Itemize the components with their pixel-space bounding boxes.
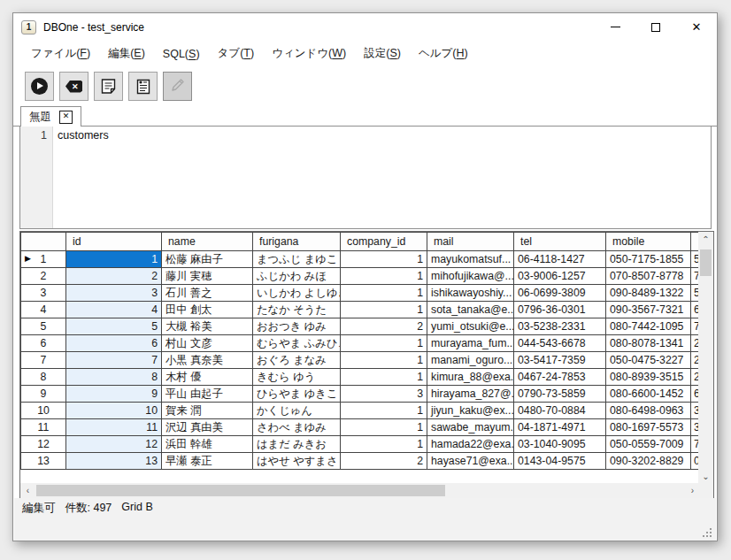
- menu-sql[interactable]: SQL(S): [154, 43, 209, 65]
- cell-tel[interactable]: 03-9006-1257: [514, 268, 606, 285]
- menu-help[interactable]: ヘルプ(H): [410, 42, 477, 65]
- cell-mobile[interactable]: 090-3567-7321: [606, 302, 691, 318]
- cell-company_id[interactable]: 3: [341, 386, 427, 403]
- cell-mail[interactable]: mayukomatsuf...: [427, 251, 514, 268]
- cell-row-header[interactable]: 8: [21, 369, 66, 386]
- cell-furigana[interactable]: いしかわ よしゆき: [253, 285, 341, 302]
- cell-company_id[interactable]: 1: [341, 436, 427, 453]
- cell-name[interactable]: 藤川 実穂: [162, 268, 253, 285]
- cell-furigana[interactable]: はやせ やすまさ: [253, 453, 341, 470]
- cell-furigana[interactable]: はまだ みきお: [253, 436, 341, 453]
- menu-tab[interactable]: タブ(T): [209, 42, 264, 65]
- cell-company_id[interactable]: 1: [341, 302, 427, 318]
- cell-mail[interactable]: yumi_otsuki@e...: [427, 318, 514, 335]
- cell-mobile[interactable]: 090-8489-1322: [606, 285, 691, 302]
- cell-id[interactable]: 7: [66, 352, 162, 369]
- cell-tel[interactable]: 0480-70-0884: [514, 403, 606, 419]
- close-button[interactable]: ✕: [676, 13, 717, 41]
- cell-mobile[interactable]: 050-7175-1855: [606, 251, 691, 268]
- cell-name[interactable]: 早瀬 泰正: [162, 453, 253, 470]
- editor-text-area[interactable]: customers: [53, 127, 109, 228]
- edit-toggle-button[interactable]: [163, 72, 192, 101]
- cell-name[interactable]: 浜田 幹雄: [162, 436, 253, 453]
- cell-id[interactable]: 9: [66, 386, 162, 403]
- cell-tel[interactable]: 0796-36-0301: [514, 302, 606, 318]
- cell-mail[interactable]: kimura_88@exa...: [427, 369, 514, 386]
- cell-company_id[interactable]: 1: [341, 369, 427, 386]
- vertical-scrollbar[interactable]: ⌃ ⌄: [698, 232, 713, 484]
- cell-mail[interactable]: murayama_fum...: [427, 335, 514, 352]
- cell-row-header[interactable]: 4: [21, 302, 66, 318]
- cell-mobile[interactable]: 080-6600-1452: [606, 386, 691, 403]
- cell-mail[interactable]: ishikawayoshiy...: [427, 285, 514, 302]
- cell-id[interactable]: 5: [66, 318, 162, 335]
- cell-mobile[interactable]: 080-7442-1095: [606, 318, 691, 335]
- cell-name[interactable]: 松藤 麻由子: [162, 251, 253, 268]
- cell-name[interactable]: 石川 善之: [162, 285, 253, 302]
- scroll-down-icon[interactable]: ⌄: [698, 469, 713, 484]
- cell-furigana[interactable]: かくじゅん: [253, 403, 341, 419]
- scroll-left-icon[interactable]: ‹: [20, 483, 35, 498]
- cell-name[interactable]: 田中 創太: [162, 302, 253, 318]
- cell-mail[interactable]: sawabe_mayum...: [427, 419, 514, 436]
- cell-furigana[interactable]: ひらやま ゆきこ: [253, 386, 341, 403]
- column-header-tel[interactable]: tel: [514, 233, 606, 251]
- column-header-name[interactable]: name: [162, 233, 253, 251]
- cell-row-header[interactable]: ▶1: [21, 251, 66, 268]
- note-button[interactable]: [94, 72, 123, 101]
- cell-row-header[interactable]: 3: [21, 285, 66, 302]
- scroll-up-icon[interactable]: ⌃: [698, 232, 713, 247]
- cell-mail[interactable]: mihofujikawa@...: [427, 268, 514, 285]
- cell-company_id[interactable]: 1: [341, 419, 427, 436]
- cell-row-header[interactable]: 10: [21, 403, 66, 419]
- cell-id[interactable]: 3: [66, 285, 162, 302]
- cell-row-header[interactable]: 12: [21, 436, 66, 453]
- run-button[interactable]: [25, 72, 54, 101]
- cell-company_id[interactable]: 1: [341, 285, 427, 302]
- maximize-button[interactable]: [635, 13, 676, 41]
- cell-name[interactable]: 小黒 真奈美: [162, 352, 253, 369]
- cell-name[interactable]: 沢辺 真由美: [162, 419, 253, 436]
- cell-row-header[interactable]: 9: [21, 386, 66, 403]
- cell-furigana[interactable]: たなか そうた: [253, 302, 341, 318]
- cell-row-header[interactable]: 5: [21, 318, 66, 335]
- menu-settings[interactable]: 設定(S): [355, 42, 410, 65]
- cell-mobile[interactable]: 080-6498-0963: [606, 403, 691, 419]
- cell-id[interactable]: 11: [66, 419, 162, 436]
- stop-button[interactable]: [59, 72, 88, 101]
- cell-name[interactable]: 木村 優: [162, 369, 253, 386]
- tab-close-icon[interactable]: ✕: [59, 111, 73, 124]
- cell-tel[interactable]: 0467-24-7853: [514, 369, 606, 386]
- cell-mobile[interactable]: 080-8939-3515: [606, 369, 691, 386]
- script-button[interactable]: [128, 72, 158, 101]
- cell-mail[interactable]: hayase71@exa...: [427, 453, 514, 470]
- cell-tel[interactable]: 03-5238-2331: [514, 318, 606, 335]
- cell-id[interactable]: 13: [66, 453, 162, 470]
- resize-grip[interactable]: [703, 526, 713, 537]
- cell-mobile[interactable]: 070-8507-8778: [606, 268, 691, 285]
- cell-id[interactable]: 4: [66, 302, 162, 318]
- column-header-rowhdr[interactable]: [21, 233, 66, 251]
- cell-tel[interactable]: 03-1040-9095: [514, 436, 606, 453]
- cell-name[interactable]: 平山 由起子: [162, 386, 253, 403]
- cell-company_id[interactable]: 1: [341, 251, 427, 268]
- cell-tel[interactable]: 03-5417-7359: [514, 352, 606, 369]
- vertical-scroll-thumb[interactable]: [700, 249, 712, 276]
- cell-row-header[interactable]: 6: [21, 335, 66, 352]
- cell-id[interactable]: 1: [66, 251, 162, 268]
- cell-tel[interactable]: 06-0699-3809: [514, 285, 606, 302]
- cell-id[interactable]: 10: [66, 403, 162, 419]
- cell-mobile[interactable]: 090-3202-8829: [606, 453, 691, 470]
- column-header-furigana[interactable]: furigana: [253, 233, 341, 251]
- cell-mail[interactable]: jiyun_kaku@ex...: [427, 403, 514, 419]
- cell-row-header[interactable]: 2: [21, 268, 66, 285]
- column-header-id[interactable]: id: [66, 233, 162, 251]
- column-header-company_id[interactable]: company_id: [341, 233, 427, 251]
- cell-furigana[interactable]: ふじかわ みほ: [253, 268, 341, 285]
- cell-id[interactable]: 8: [66, 369, 162, 386]
- cell-mail[interactable]: hamada22@exa...: [427, 436, 514, 453]
- menu-edit[interactable]: 編集(E): [99, 42, 154, 65]
- cell-tel[interactable]: 044-543-6678: [514, 335, 606, 352]
- cell-mail[interactable]: manami_oguro...: [427, 352, 514, 369]
- cell-name[interactable]: 村山 文彦: [162, 335, 253, 352]
